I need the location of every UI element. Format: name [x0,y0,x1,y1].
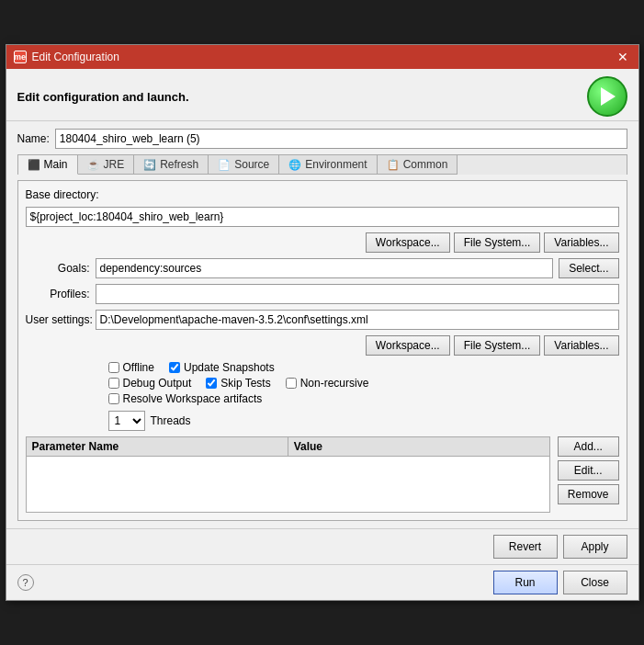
run-button-footer[interactable]: Run [493,571,558,594]
offline-checkbox[interactable] [108,362,119,373]
workspace-button-1[interactable]: Workspace... [366,232,450,253]
debug-output-checkbox-item[interactable]: Debug Output [108,377,192,390]
tab-refresh-label: Refresh [160,158,198,171]
name-input[interactable] [55,129,627,149]
params-table-header: Parameter Name Value [27,437,549,457]
user-settings-row: User settings: [26,310,619,330]
name-label: Name: [17,132,50,145]
checkbox-row-2: Debug Output Skip Tests Non-recursive [108,377,619,390]
skip-tests-checkbox[interactable] [206,378,217,389]
edit-param-button[interactable]: Edit... [558,460,619,481]
skip-tests-label: Skip Tests [220,377,270,390]
variables-button-1[interactable]: Variables... [544,232,618,253]
user-settings-input[interactable] [96,310,619,330]
params-table-body [27,457,549,512]
base-dir-buttons: Workspace... File System... Variables... [26,232,619,253]
tab-common[interactable]: 📋 Common [378,155,458,175]
non-recursive-checkbox-item[interactable]: Non-recursive [286,377,369,390]
goals-input[interactable] [96,258,554,278]
header-area: Edit configuration and launch. [6,69,638,121]
select-goals-button[interactable]: Select... [559,258,618,278]
param-value-col-header: Value [288,437,549,456]
params-actions: Add... Edit... Remove [558,436,619,504]
revert-button[interactable]: Revert [493,535,558,559]
close-button[interactable]: Close [563,571,627,594]
tab-main[interactable]: ⬛ Main [18,155,78,175]
filesystem-button-2[interactable]: File System... [454,335,541,356]
env-tab-icon: 🌐 [288,159,301,171]
refresh-tab-icon: 🔄 [143,159,156,171]
close-icon[interactable]: ✕ [615,49,631,65]
resolve-workspace-label: Resolve Workspace artifacts [123,392,263,405]
tab-jre-label: JRE [104,158,125,171]
source-tab-icon: 📄 [218,159,231,171]
tab-environment-label: Environment [305,158,367,171]
profiles-label: Profiles: [26,288,90,300]
app-icon: me [14,51,27,63]
common-tab-icon: 📋 [387,159,400,171]
footer-buttons: Run Close [493,571,627,594]
non-recursive-checkbox[interactable] [286,378,297,389]
goals-label: Goals: [26,262,90,275]
base-directory-label: Base directory: [26,188,619,201]
goals-row: Goals: Select... [26,258,619,278]
user-settings-label: User settings: [26,313,90,326]
revert-apply-row: Revert Apply [6,528,638,564]
update-snapshots-checkbox[interactable] [169,362,180,373]
tab-source-label: Source [234,158,269,171]
debug-output-label: Debug Output [123,377,192,390]
resolve-workspace-checkbox[interactable] [108,393,119,404]
content-area: Name: ⬛ Main ☕ JRE 🔄 Refresh 📄 Source 🌐 [6,121,638,528]
main-tab-icon: ⬛ [28,159,40,171]
jre-tab-icon: ☕ [87,159,100,171]
checkbox-row-1: Offline Update Snapshots [108,361,619,374]
tab-main-label: Main [44,158,68,171]
apply-button[interactable]: Apply [563,535,627,559]
base-directory-input[interactable] [26,207,619,227]
tab-common-label: Common [403,158,448,171]
skip-tests-checkbox-item[interactable]: Skip Tests [206,377,270,390]
tab-jre[interactable]: ☕ JRE [78,155,135,175]
title-bar-left: me Edit Configuration [14,51,119,63]
run-button-header[interactable] [587,76,627,117]
profiles-input[interactable] [96,284,619,304]
add-param-button[interactable]: Add... [558,436,619,457]
resolve-workspace-checkbox-item[interactable]: Resolve Workspace artifacts [108,392,263,405]
tab-environment[interactable]: 🌐 Environment [279,155,377,175]
edit-configuration-dialog: me Edit Configuration ✕ Edit configurati… [6,44,639,601]
update-snapshots-label: Update Snapshots [184,361,275,374]
checkboxes-area: Offline Update Snapshots Debug Output Sk… [26,361,619,405]
header-title: Edit configuration and launch. [17,90,189,104]
play-icon [601,87,616,106]
user-settings-buttons: Workspace... File System... Variables... [26,335,619,356]
threads-select[interactable]: 1 2 4 [108,411,145,431]
tabs-bar: ⬛ Main ☕ JRE 🔄 Refresh 📄 Source 🌐 Enviro… [17,154,627,175]
variables-button-2[interactable]: Variables... [544,335,618,356]
debug-output-checkbox[interactable] [108,378,119,389]
offline-checkbox-item[interactable]: Offline [108,361,154,374]
params-row: Parameter Name Value Add... Edit... Remo… [26,436,619,513]
footer-area: ? Run Close [6,564,638,600]
title-bar: me Edit Configuration ✕ [6,45,638,69]
checkbox-row-3: Resolve Workspace artifacts [108,392,619,405]
name-row: Name: [17,129,627,149]
tab-refresh[interactable]: 🔄 Refresh [134,155,209,175]
filesystem-button-1[interactable]: File System... [454,232,541,253]
param-name-col-header: Parameter Name [27,437,288,456]
workspace-button-2[interactable]: Workspace... [366,335,450,356]
threads-row: 1 2 4 Threads [26,411,619,431]
dialog-title: Edit Configuration [32,51,119,63]
main-panel: Base directory: Workspace... File System… [17,180,627,521]
non-recursive-label: Non-recursive [300,377,369,390]
tab-source[interactable]: 📄 Source [209,155,279,175]
remove-param-button[interactable]: Remove [558,484,619,504]
profiles-row: Profiles: [26,284,619,304]
update-snapshots-checkbox-item[interactable]: Update Snapshots [169,361,275,374]
params-table: Parameter Name Value [26,436,550,513]
help-button[interactable]: ? [17,574,34,591]
offline-label: Offline [123,361,154,374]
threads-label: Threads [151,414,191,427]
